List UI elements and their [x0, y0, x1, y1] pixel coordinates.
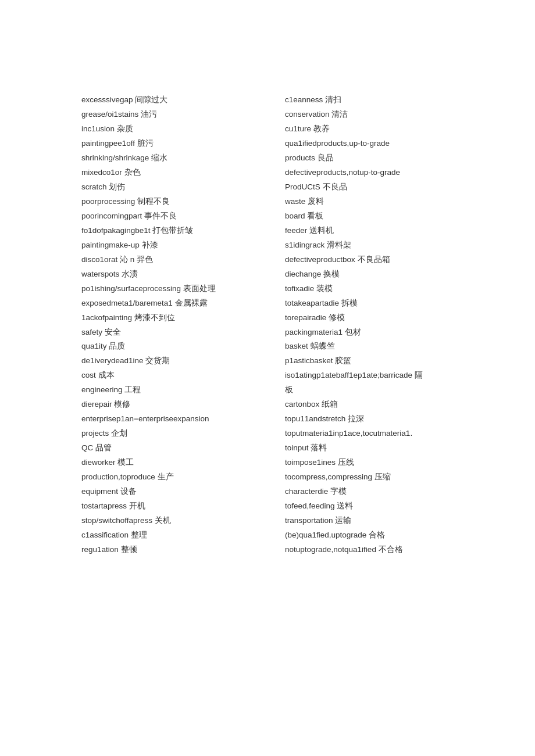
list-item: topu11andstretch 拉深 — [285, 412, 454, 427]
list-item: po1ishing/surfaceprocessing 表面处理 — [81, 282, 250, 296]
list-item: disco1orat 沁 n 羿色 — [81, 253, 250, 267]
list-item: cu1ture 教养 — [285, 122, 454, 137]
right-column: c1eanness 清扫conservation 清洁cu1ture 教养qua… — [273, 93, 454, 557]
list-item: conservation 清洁 — [285, 108, 454, 122]
list-item: toputmateria1inp1ace,tocutmateria1. — [285, 427, 454, 441]
list-item: feeder 送料机 — [285, 224, 454, 238]
list-item: notuptograde,notqua1ified 不合格 — [285, 543, 454, 557]
list-item: 板 — [285, 383, 454, 397]
list-item: poorincomingpart 事件不良 — [81, 209, 250, 224]
list-item: de1iverydead1ine 交货期 — [81, 354, 250, 368]
list-item: waste 废料 — [285, 195, 454, 209]
list-item: qua1ity 品质 — [81, 339, 250, 354]
list-item: excesssivegap 间隙过大 — [81, 93, 250, 108]
list-item: totakeapartadie 拆模 — [285, 296, 454, 311]
list-item: iso1atingp1atebaff1ep1ate;barricade 隔 — [285, 368, 454, 383]
list-item: defectiveproducts,notup-to-grade — [285, 166, 454, 180]
left-column: excesssivegap 间隙过大grease/oi1stains 油污inc… — [81, 93, 273, 557]
list-item: stop/switchoffapress 关机 — [81, 514, 250, 528]
list-item: cost 成本 — [81, 368, 250, 383]
list-item: scratch 划伤 — [81, 180, 250, 195]
list-item: shrinking/shrinkage 缩水 — [81, 151, 250, 166]
list-item: grease/oi1stains 油污 — [81, 108, 250, 122]
list-item: s1idingrack 滑料架 — [285, 238, 454, 253]
list-item: toimpose1ines 压线 — [285, 456, 454, 470]
list-item: diechange 换模 — [285, 267, 454, 282]
list-item: basket 蜗蝶竺 — [285, 339, 454, 354]
list-item: transportation 运输 — [285, 514, 454, 528]
list-item: 1ackofpainting 烤漆不到位 — [81, 311, 250, 325]
list-item: defectiveproductbox 不良品箱 — [285, 253, 454, 267]
list-item: safety 安全 — [81, 325, 250, 340]
list-item: c1eanness 清扫 — [285, 93, 454, 108]
list-item: c1assification 整理 — [81, 528, 250, 543]
list-item: paintingpee1off 脏污 — [81, 137, 250, 151]
list-item: p1asticbasket 胶篮 — [285, 354, 454, 368]
list-item: products 良品 — [285, 151, 454, 166]
list-item: equipment 设备 — [81, 485, 250, 499]
list-item: poorprocessing 制程不良 — [81, 195, 250, 209]
list-item: torepairadie 修模 — [285, 311, 454, 325]
list-item: waterspots 水渍 — [81, 267, 250, 282]
list-item: tofeed,feeding 送料 — [285, 499, 454, 514]
list-item: engineering 工程 — [81, 383, 250, 397]
list-item: tostartapress 开机 — [81, 499, 250, 514]
list-item: qua1ifiedproducts,up-to-grade — [285, 137, 454, 151]
list-item: ProdUCtS 不良品 — [285, 180, 454, 195]
list-item: regu1ation 整顿 — [81, 543, 250, 557]
list-item: production,toproduce 生产 — [81, 470, 250, 485]
list-item: tofixadie 装模 — [285, 282, 454, 296]
list-item: dierepair 模修 — [81, 397, 250, 412]
list-item: exposedmeta1/baremeta1 金属裸露 — [81, 296, 250, 311]
list-item: QC 品管 — [81, 441, 250, 456]
list-item: toinput 落料 — [285, 441, 454, 456]
list-item: tocompress,compressing 压缩 — [285, 470, 454, 485]
list-item: mixedco1or 杂色 — [81, 166, 250, 180]
main-content: excesssivegap 间隙过大grease/oi1stains 油污inc… — [0, 0, 535, 650]
list-item: enterprisep1an=enterpriseexpansion — [81, 412, 250, 427]
list-item: projects 企划 — [81, 427, 250, 441]
list-item: cartonbox 纸箱 — [285, 397, 454, 412]
list-item: dieworker 模工 — [81, 456, 250, 470]
list-item: board 看板 — [285, 209, 454, 224]
list-item: paintingmake-up 补漆 — [81, 238, 250, 253]
list-item: fo1dofpakagingbe1t 打包带折皱 — [81, 224, 250, 238]
list-item: (be)qua1fied,uptograde 合格 — [285, 528, 454, 543]
list-item: inc1usion 杂质 — [81, 122, 250, 137]
list-item: packingmateria1 包材 — [285, 325, 454, 340]
list-item: characterdie 字模 — [285, 485, 454, 499]
